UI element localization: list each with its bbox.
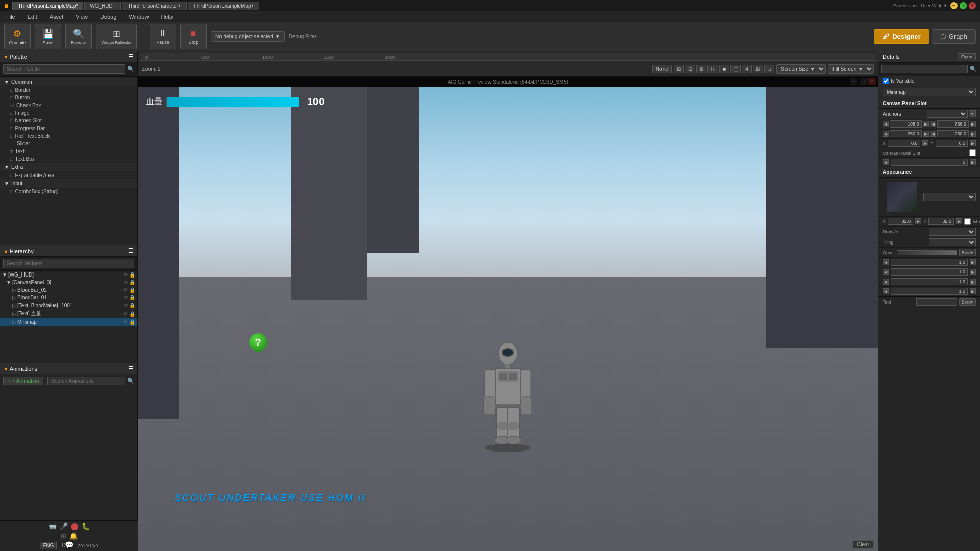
animations-menu-icon[interactable]: ☰ (128, 365, 133, 372)
tab-wg-hud[interactable]: WG_HUD+ (84, 2, 121, 10)
draw-as-select[interactable]: Image (929, 228, 976, 236)
image-select[interactable]: MT_minimap (923, 193, 976, 201)
bug-red-icon[interactable]: ⬤ (71, 522, 79, 530)
position-x-input[interactable]: 108.0 (890, 120, 922, 128)
palette-item-named-slot[interactable]: □ Named Slot (0, 117, 137, 124)
hier-item-wg-hud[interactable]: ▼ [WG_HUD] 👁 🔒 (0, 271, 137, 279)
anchors-expand-button[interactable]: ▼ (969, 110, 976, 117)
animations-search-icon[interactable]: 🔍 (127, 378, 134, 384)
palette-item-text-box[interactable]: □ Text Box (0, 155, 137, 163)
pos-x-arrow-icon[interactable]: ◀ (883, 121, 889, 127)
size-y-arrow-icon[interactable]: ◀ (930, 131, 936, 137)
position-y-input[interactable]: 736.0 (937, 120, 969, 128)
compile-button[interactable]: ⚙ Compile (4, 24, 31, 49)
tiling-select[interactable]: No Tile (929, 238, 976, 246)
palette-section-common[interactable]: ▼ Common (0, 78, 137, 86)
zorder-arrow2-icon[interactable]: ▶ (970, 159, 976, 165)
color4-arrow-icon[interactable]: ◀ (883, 288, 889, 294)
palette-item-expandable[interactable]: □ Expandable Area (0, 171, 137, 179)
hier-item-text-blood-value[interactable]: ▷ [Text_BloodValue] "100" 👁 🔒 (0, 302, 137, 309)
hier-text-lock-icon[interactable]: 🔒 (129, 311, 135, 317)
menu-file[interactable]: File (4, 13, 17, 21)
palette-item-slider[interactable]: — Slider (0, 140, 137, 147)
hier-bb01-eye-icon[interactable]: 👁 (123, 295, 128, 300)
hier-eye-icon[interactable]: 👁 (123, 272, 128, 278)
hier-item-canvas[interactable]: ▼ [CanvasPanel_0] 👁 🔒 (0, 279, 137, 286)
tab-map-active[interactable]: ThirdPersonExampleMap* (12, 2, 83, 10)
align-x-arrow-icon[interactable]: ▶ (922, 140, 928, 146)
none-button[interactable]: None (652, 65, 672, 73)
hier-tbv-eye-icon[interactable]: 👁 (123, 303, 128, 308)
size-x-arrow-icon[interactable]: ◀ (883, 131, 889, 137)
hier-minimap-lock-icon[interactable]: 🔒 (129, 319, 135, 325)
menu-asset[interactable]: Asset (47, 13, 66, 21)
details-open-button[interactable]: Open (958, 53, 976, 60)
color2-arrow-icon[interactable]: ◀ (883, 269, 889, 275)
vr-icon[interactable]: 🥽 (48, 522, 57, 530)
pos-y-arrow2-icon[interactable]: ▶ (970, 121, 976, 127)
size-to-content-checkbox[interactable] (969, 149, 976, 156)
align-y-input[interactable]: 0.0 (936, 140, 968, 147)
debug-select-container[interactable]: No debug object selected ▼ (211, 31, 285, 42)
text-val-input[interactable] (916, 298, 957, 306)
mic-icon[interactable]: 🎤 (60, 522, 68, 530)
size-y-arrow2-icon[interactable]: ▶ (970, 131, 976, 137)
align-y-arrow-icon[interactable]: ▶ (970, 140, 976, 146)
anchors-select[interactable]: Anchors (927, 110, 968, 118)
r-button[interactable]: R (707, 65, 718, 73)
hier-lock-icon[interactable]: 🔒 (129, 272, 135, 278)
palette-item-progress-bar[interactable]: □ Progress Bar (0, 124, 137, 132)
color1-arrow2-icon[interactable]: ▶ (970, 259, 976, 265)
hier-bb01-lock-icon[interactable]: 🔒 (129, 295, 135, 300)
designer-button[interactable]: 🖊 Designer (874, 29, 929, 44)
color2-arrow2-icon[interactable]: ▶ (970, 269, 976, 275)
icon-view-btn-2[interactable]: ⊡ (685, 65, 695, 73)
bind-bottom-button[interactable]: Bind▾ (959, 298, 976, 306)
pos-y-arrow-icon[interactable]: ◀ (930, 121, 936, 127)
menu-view[interactable]: View (74, 13, 90, 21)
hier-bb02-eye-icon[interactable]: 👁 (123, 287, 128, 293)
hier-minimap-eye-icon[interactable]: 👁 (123, 319, 128, 325)
close-button[interactable]: ✕ (969, 2, 976, 9)
chat-icon-container[interactable]: 💬 (65, 541, 74, 549)
grid-icon[interactable]: ⊞ (61, 532, 66, 540)
icon-view-btn-1[interactable]: ⊞ (674, 65, 684, 73)
color-r-input[interactable]: 1.0 (891, 259, 968, 266)
img-size-y-input[interactable]: 32.0 (928, 218, 954, 225)
opacity-bind-button[interactable]: Bind▾ (959, 249, 976, 256)
minimap-select[interactable]: Minimap (883, 88, 976, 96)
color3-arrow-icon[interactable]: ◀ (883, 279, 889, 285)
add-animation-button[interactable]: + + Animation (3, 377, 43, 385)
details-search-icon[interactable]: 🔍 (970, 66, 977, 72)
icon-num-btn[interactable]: 4 (742, 65, 752, 73)
img-size-x-input[interactable]: 32.0 (888, 218, 913, 225)
save-button[interactable]: 💾 Save (35, 24, 61, 49)
opacity-slider[interactable] (897, 250, 957, 255)
palette-item-text[interactable]: T Text (0, 147, 137, 155)
align-x-input[interactable]: 0.0 (888, 140, 920, 147)
hier-text-eye-icon[interactable]: 👁 (123, 311, 128, 317)
bug-icon[interactable]: 🐛 (82, 522, 90, 530)
hier-item-text[interactable]: ▷ [Text] 血量 👁 🔒 (0, 309, 137, 318)
palette-search-input[interactable] (3, 64, 125, 74)
palette-item-rich-text[interactable]: □ Rich Text Block (0, 132, 137, 140)
palette-search-icon[interactable]: 🔍 (127, 66, 134, 72)
menu-window[interactable]: Window (127, 13, 151, 21)
screen-size-select[interactable]: Screen Size ▼ (776, 64, 826, 74)
size-x-arrow2-icon[interactable]: ▶ (923, 131, 929, 137)
color-a-input[interactable]: 1.0 (891, 288, 968, 295)
is-variable-checkbox[interactable] (883, 78, 889, 84)
size-y-input[interactable]: 250.0 (937, 130, 969, 137)
zorder-input[interactable]: 0 (891, 159, 968, 166)
color-g-input[interactable]: 1.0 (891, 268, 968, 276)
palette-item-combobox[interactable]: □ ComboBox (String) (0, 188, 137, 195)
img-y-arrow-icon[interactable]: ▶ (956, 218, 962, 224)
hier-canvas-lock-icon[interactable]: 🔒 (129, 280, 135, 285)
menu-debug[interactable]: Debug (98, 13, 118, 21)
palette-item-button[interactable]: □ Button (0, 94, 137, 102)
icon-view-btn-4[interactable]: ■ (719, 65, 729, 73)
color4-arrow2-icon[interactable]: ▶ (970, 288, 976, 294)
notification-icon[interactable]: 🔔 (69, 532, 78, 540)
icon-view-btn-5[interactable]: ◫ (730, 65, 741, 73)
clear-button[interactable]: Clear (852, 540, 874, 549)
